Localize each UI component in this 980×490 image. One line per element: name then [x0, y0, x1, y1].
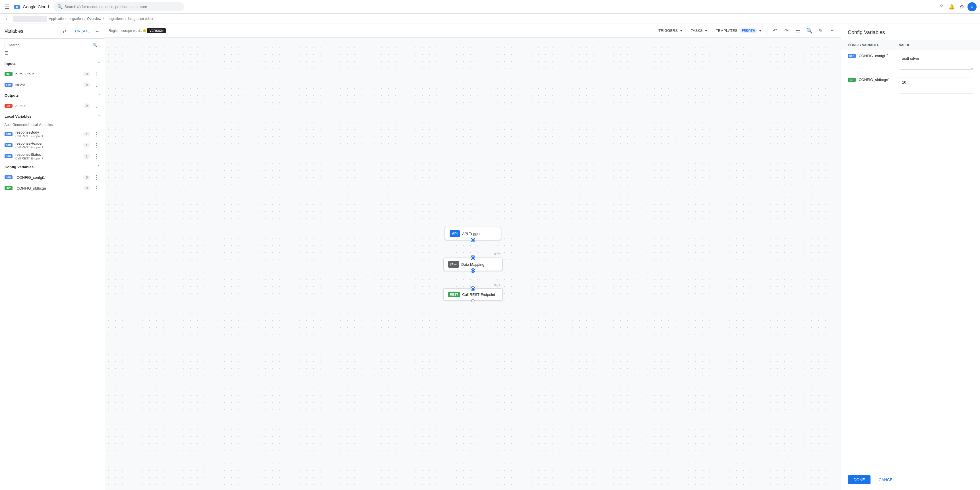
- type-badge-int: INT: [848, 78, 856, 82]
- edit-button[interactable]: ✎: [816, 25, 826, 36]
- api-trigger-node[interactable]: API API Trigger: [444, 227, 501, 241]
- canvas-area: Region: europe-west1 VERSION TRIGGERS ▼ …: [105, 24, 841, 490]
- list-item[interactable]: INT numOutput 0 ⋮: [0, 68, 105, 79]
- config-var-input-1: asdf sdvm: [899, 54, 973, 70]
- cancel-button[interactable]: CANCEL: [874, 475, 899, 484]
- create-button[interactable]: + CREATE: [70, 28, 92, 34]
- data-mapping-icon: ⇄→: [448, 261, 459, 268]
- config-chevron-icon: ⌃: [97, 165, 100, 169]
- kebab-menu-icon[interactable]: ⋮: [93, 174, 100, 181]
- local-chevron-icon: ⌃: [97, 114, 100, 119]
- breadcrumb-item-appintegration[interactable]: Application Integration: [49, 17, 83, 21]
- list-item[interactable]: STR responseBody Call REST Endpoint 1 ⋮: [0, 128, 105, 140]
- data-mapping-node[interactable]: ID:2 ⇄→ Data Mapping: [443, 257, 503, 271]
- filter-icon[interactable]: ☰: [5, 50, 8, 56]
- breadcrumb-item-editor: Integration editor:: [128, 17, 154, 21]
- breadcrumb-item-overview[interactable]: Overview: [87, 17, 101, 21]
- node-connector-top: [471, 256, 475, 260]
- zoom-button[interactable]: 🔍: [804, 25, 815, 36]
- templates-button[interactable]: TEMPLATES PREVIEW ▼: [713, 27, 765, 34]
- rest-endpoint-node[interactable]: ID:4 REST Call REST Endpoint: [443, 288, 503, 301]
- kebab-menu-icon[interactable]: ⋮: [93, 102, 100, 109]
- kebab-menu-icon[interactable]: ⋮: [93, 184, 100, 192]
- integer-value-textarea[interactable]: 10: [899, 78, 973, 94]
- settings-icon[interactable]: ⚙: [957, 2, 966, 11]
- outputs-section-header[interactable]: Outputs ⌃: [0, 90, 105, 100]
- list-item[interactable]: INT `CONFIG_sfdbcgn` 0 ⋮: [0, 183, 105, 193]
- top-search-bar[interactable]: 🔍: [54, 2, 184, 11]
- breadcrumb-item-integrations[interactable]: Integrations: [105, 17, 123, 21]
- col-value: Value: [899, 43, 973, 47]
- config-var-name-1: STR `CONFIG_confgi1`: [848, 54, 896, 58]
- list-item[interactable]: STR responseStatus Call REST Endpoint 1 …: [0, 151, 105, 162]
- right-panel-header: Config Variables: [841, 24, 980, 40]
- notifications-icon[interactable]: 🔔: [947, 2, 956, 11]
- left-panel: Variables ⇄ + CREATE ⇤ 🔍 ☰ Inputs ⌃ INT …: [0, 24, 105, 490]
- type-badge-int: INT: [5, 186, 13, 190]
- canvas-toolbar: Region: europe-west1 VERSION TRIGGERS ▼ …: [105, 24, 841, 38]
- local-section-header[interactable]: Local Variables ⌃: [0, 111, 105, 121]
- minus-button[interactable]: −: [827, 25, 837, 36]
- variables-search-input[interactable]: [8, 43, 91, 47]
- region-text: Region: europe-west1: [109, 29, 142, 33]
- integration-name: [13, 16, 47, 22]
- variables-header: Variables ⇄ + CREATE ⇤: [0, 24, 105, 39]
- kebab-menu-icon[interactable]: ⋮: [93, 81, 100, 89]
- search-input-wrapper[interactable]: 🔍: [5, 41, 100, 49]
- top-search-input[interactable]: [65, 5, 181, 9]
- list-item[interactable]: J{} output 0 ⋮: [0, 100, 105, 111]
- redo-button[interactable]: ↷: [781, 25, 792, 36]
- node-connector-bottom: [471, 269, 475, 272]
- inputs-section-header[interactable]: Inputs ⌃: [0, 58, 105, 68]
- google-cloud-logo: Google Cloud: [13, 3, 49, 11]
- layout-button[interactable]: ☷: [793, 25, 803, 36]
- back-button[interactable]: ←: [3, 14, 11, 23]
- type-badge-str: STR: [5, 132, 13, 136]
- list-item[interactable]: STR `CONFIG_confgi1` 0 ⋮: [0, 172, 105, 183]
- tasks-button[interactable]: TASKS ▼: [687, 27, 711, 34]
- undo-button[interactable]: ↶: [770, 25, 780, 36]
- string-value-textarea[interactable]: asdf sdvm: [899, 54, 973, 70]
- type-badge-str: STR: [5, 143, 13, 147]
- config-var-name-2: INT `CONFIG_sfdbcgn`: [848, 78, 896, 82]
- search-section: 🔍 ☰: [0, 39, 105, 58]
- canvas-content: API API Trigger ID:2 ⇄→ Data Mapping: [105, 38, 841, 490]
- collapse-panel-icon[interactable]: ⇤: [94, 27, 100, 35]
- right-panel: Config Variables Config Variable Value S…: [841, 24, 980, 490]
- list-item[interactable]: STR responseHeader Call REST Endpoint 1 …: [0, 140, 105, 151]
- kebab-menu-icon[interactable]: ⋮: [93, 130, 100, 138]
- kebab-menu-icon[interactable]: ⋮: [93, 70, 100, 78]
- flow-line: [473, 241, 473, 255]
- main-layout: Variables ⇄ + CREATE ⇤ 🔍 ☰ Inputs ⌃ INT …: [0, 24, 980, 490]
- outputs-chevron-icon: ⌃: [97, 93, 100, 97]
- type-badge-str: STR: [5, 175, 13, 179]
- search-icon: 🔍: [93, 43, 97, 47]
- triggers-chevron-icon: ▼: [679, 29, 683, 33]
- type-badge-int: INT: [5, 72, 13, 76]
- breadcrumb: ← Application Integration / Overview / I…: [0, 14, 980, 24]
- list-item[interactable]: STR strVar 0 ⋮: [0, 79, 105, 90]
- templates-chevron-icon: ▼: [759, 29, 762, 33]
- svg-point-1: [16, 6, 18, 7]
- inputs-chevron-icon: ⌃: [97, 61, 100, 66]
- config-var-input-2: 10: [899, 78, 973, 94]
- avatar[interactable]: U: [967, 2, 977, 11]
- auto-generated-label: Auto Generated Local Variables: [5, 123, 52, 127]
- flow-line: [473, 271, 473, 286]
- status-dot: [143, 29, 146, 32]
- google-cloud-icon: [13, 3, 21, 11]
- help-icon[interactable]: ?: [937, 2, 946, 11]
- api-icon: API: [450, 230, 460, 237]
- flow-container: API API Trigger ID:2 ⇄→ Data Mapping: [443, 227, 503, 301]
- config-row: INT `CONFIG_sfdbcgn` 10: [841, 74, 980, 98]
- config-section-header[interactable]: Config Variables ⌃: [0, 162, 105, 172]
- version-badge: VERSION: [147, 28, 166, 33]
- type-badge-str: STR: [848, 54, 856, 58]
- swap-icon[interactable]: ⇄: [61, 27, 67, 35]
- menu-icon[interactable]: ☰: [3, 2, 11, 11]
- kebab-menu-icon[interactable]: ⋮: [93, 153, 100, 160]
- kebab-menu-icon[interactable]: ⋮: [93, 141, 100, 149]
- done-button[interactable]: DONE: [848, 475, 870, 484]
- triggers-button[interactable]: TRIGGERS ▼: [655, 27, 686, 34]
- top-bar-actions: ? 🔔 ⚙ U: [937, 2, 977, 11]
